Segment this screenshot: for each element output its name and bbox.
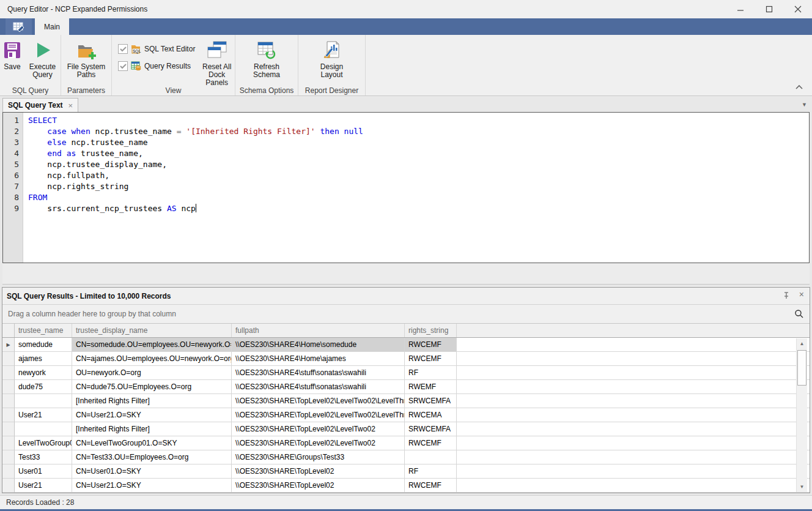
- cell[interactable]: RWCEMA: [405, 408, 457, 422]
- cell[interactable]: CN=User21.O=SKY: [72, 408, 232, 422]
- table-row[interactable]: ▶somedudeCN=somedude.OU=employees.OU=new…: [2, 338, 810, 352]
- collapse-ribbon-button[interactable]: [795, 84, 805, 92]
- table-row[interactable]: newyorkOU=newyork.O=org\\OES230\SHARE4\s…: [2, 366, 810, 380]
- cell[interactable]: OU=newyork.O=org: [72, 366, 232, 380]
- scroll-up-button[interactable]: ▲: [797, 338, 807, 349]
- cell[interactable]: ajames: [15, 352, 72, 366]
- sql-text-editor[interactable]: 123456789 SELECT case when ncp.trustee_n…: [2, 112, 810, 263]
- cell[interactable]: SRWCEMFA: [405, 394, 457, 408]
- sql-text-editor-checkbox[interactable]: [118, 44, 128, 54]
- tab-sql-query-text[interactable]: SQL Query Text ×: [2, 98, 78, 112]
- table-row[interactable]: [Inherited Rights Filter]\\OES230\SHARE\…: [2, 394, 810, 408]
- results-close-icon[interactable]: ×: [799, 290, 804, 299]
- cell[interactable]: \\OES230\SHARE\Groups\Test33: [232, 450, 405, 464]
- tab-close-icon[interactable]: ×: [68, 101, 73, 110]
- cell[interactable]: [Inherited Rights Filter]: [72, 394, 232, 408]
- cell[interactable]: RF: [405, 366, 457, 380]
- cell[interactable]: RWCEMF: [405, 338, 457, 352]
- column-header-trustee_name[interactable]: trustee_name: [15, 324, 72, 337]
- column-header-rights_string[interactable]: rights_string: [405, 324, 457, 337]
- cell[interactable]: dude75: [15, 380, 72, 394]
- cell[interactable]: [15, 394, 72, 408]
- cell[interactable]: RWCEMF: [405, 352, 457, 366]
- reset-all-dock-panels-button[interactable]: Reset All Dock Panels: [199, 39, 235, 88]
- cell[interactable]: CN=User01.O=SKY: [72, 464, 232, 479]
- scrollbar-thumb[interactable]: [797, 350, 806, 386]
- column-header-trustee_display_name[interactable]: trustee_display_name: [72, 324, 232, 337]
- cell[interactable]: newyork: [15, 366, 72, 380]
- cell[interactable]: \\OES230\SHARE\TopLevel02\LevelTwo02\Lev…: [232, 394, 405, 408]
- cell[interactable]: \\OES230\SHARE\TopLevel02\LevelTwo02: [232, 436, 405, 450]
- column-header-fullpath[interactable]: fullpath: [232, 324, 405, 337]
- cell[interactable]: RWEMF: [405, 380, 457, 394]
- cell[interactable]: \\OES230\SHARE\TopLevel02\LevelTwo02: [232, 422, 405, 436]
- cell[interactable]: User21: [15, 408, 72, 422]
- table-row[interactable]: dude75CN=dude75.OU=Employees.O=org\\OES2…: [2, 380, 810, 394]
- cell[interactable]: \\OES230\SHARE\TopLevel02: [232, 479, 405, 493]
- cell[interactable]: User01: [15, 464, 72, 479]
- code-line[interactable]: else ncp.trustee_name: [28, 137, 809, 148]
- minimize-button[interactable]: [726, 0, 755, 18]
- cell[interactable]: CN=ajames.OU=employees.OU=newyork.O=org: [72, 352, 232, 366]
- table-row[interactable]: ajamesCN=ajames.OU=employees.OU=newyork.…: [2, 352, 810, 366]
- tab-list-dropdown-icon[interactable]: ▼: [802, 102, 807, 108]
- cell[interactable]: CN=User21.O=SKY: [72, 479, 232, 493]
- group-by-box[interactable]: Drag a column header here to group by th…: [2, 305, 810, 324]
- cell[interactable]: [Inherited Rights Filter]: [72, 422, 232, 436]
- cell[interactable]: [405, 450, 457, 464]
- cell[interactable]: \\OES230\SHARE\TopLevel02\LevelTwo02\Lev…: [232, 408, 405, 422]
- table-row[interactable]: Test33CN=Test33.OU=Employees.O=org\\OES2…: [2, 450, 810, 464]
- maximize-button[interactable]: [755, 0, 783, 18]
- query-results-checkbox[interactable]: [118, 61, 128, 71]
- cell[interactable]: Test33: [15, 450, 72, 464]
- refresh-schema-button[interactable]: Refresh Schema: [242, 39, 292, 80]
- table-row[interactable]: User21CN=User21.O=SKY\\OES230\SHARE\TopL…: [2, 479, 810, 493]
- execute-query-button[interactable]: Execute Query: [24, 39, 61, 80]
- code-line[interactable]: ncp.fullpath,: [28, 170, 809, 181]
- sql-code[interactable]: SELECT case when ncp.trustee_name = '[In…: [23, 113, 809, 263]
- cell[interactable]: SRWCEMFA: [405, 422, 457, 436]
- application-menu-button[interactable]: [6, 18, 32, 35]
- table-row[interactable]: User01CN=User01.O=SKY\\OES230\SHARE\TopL…: [2, 464, 810, 479]
- scroll-down-button[interactable]: ▼: [797, 482, 807, 492]
- cell[interactable]: RWCEMF: [405, 436, 457, 450]
- cell[interactable]: \\OES230\SHARE4\stuff\sonatas\swahili: [232, 366, 405, 380]
- tab-main[interactable]: Main: [35, 18, 69, 35]
- cell[interactable]: \\OES230\SHARE\TopLevel02: [232, 464, 405, 479]
- cell[interactable]: \\OES230\SHARE4\Home\somedude: [232, 338, 405, 352]
- design-layout-button[interactable]: Design Layout: [307, 39, 357, 80]
- code-line[interactable]: case when ncp.trustee_name = '[Inherited…: [28, 126, 809, 137]
- table-row[interactable]: [Inherited Rights Filter]\\OES230\SHARE\…: [2, 422, 810, 436]
- save-button[interactable]: Save: [0, 39, 24, 72]
- code-line[interactable]: srs.current_ncp_trustees AS ncp: [28, 203, 809, 214]
- code-line[interactable]: end as trustee_name,: [28, 148, 809, 159]
- cell[interactable]: CN=LevelTwoGroup01.O=SKY: [72, 436, 232, 450]
- results-grid[interactable]: trustee_nametrustee_display_namefullpath…: [2, 324, 810, 493]
- code-line[interactable]: ncp.trustee_display_name,: [28, 159, 809, 170]
- table-row[interactable]: User21CN=User21.O=SKY\\OES230\SHARE\TopL…: [2, 408, 810, 422]
- sql-text-editor-toggle[interactable]: SQL SQL Text Editor: [118, 44, 195, 54]
- close-button[interactable]: [783, 0, 812, 18]
- code-line[interactable]: FROM: [28, 192, 809, 203]
- execute-query-icon: [33, 40, 53, 60]
- cell[interactable]: RWCEMF: [405, 479, 457, 493]
- cell[interactable]: CN=somedude.OU=employees.OU=newyork.O=or…: [72, 338, 232, 352]
- cell[interactable]: [15, 422, 72, 436]
- file-system-paths-button[interactable]: File System Paths: [61, 39, 111, 80]
- cell[interactable]: \\OES230\SHARE4\Home\ajames: [232, 352, 405, 366]
- cell[interactable]: CN=Test33.OU=Employees.O=org: [72, 450, 232, 464]
- cell[interactable]: User21: [15, 479, 72, 493]
- query-results-toggle[interactable]: Query Results: [118, 61, 195, 71]
- code-line[interactable]: ncp.rights_string: [28, 181, 809, 192]
- cell[interactable]: CN=dude75.OU=Employees.O=org: [72, 380, 232, 394]
- cell[interactable]: LevelTwoGroup01: [15, 436, 72, 450]
- file-system-paths-icon: [76, 40, 97, 60]
- pin-icon[interactable]: [782, 291, 790, 300]
- cell[interactable]: \\OES230\SHARE4\stuff\sonatas\swahili: [232, 380, 405, 394]
- search-icon[interactable]: [794, 309, 804, 319]
- vertical-scrollbar[interactable]: ▲ ▼: [796, 338, 807, 492]
- code-line[interactable]: SELECT: [28, 115, 809, 126]
- table-row[interactable]: LevelTwoGroup01CN=LevelTwoGroup01.O=SKY\…: [2, 436, 810, 450]
- cell[interactable]: somedude: [15, 338, 72, 352]
- cell[interactable]: RF: [405, 464, 457, 479]
